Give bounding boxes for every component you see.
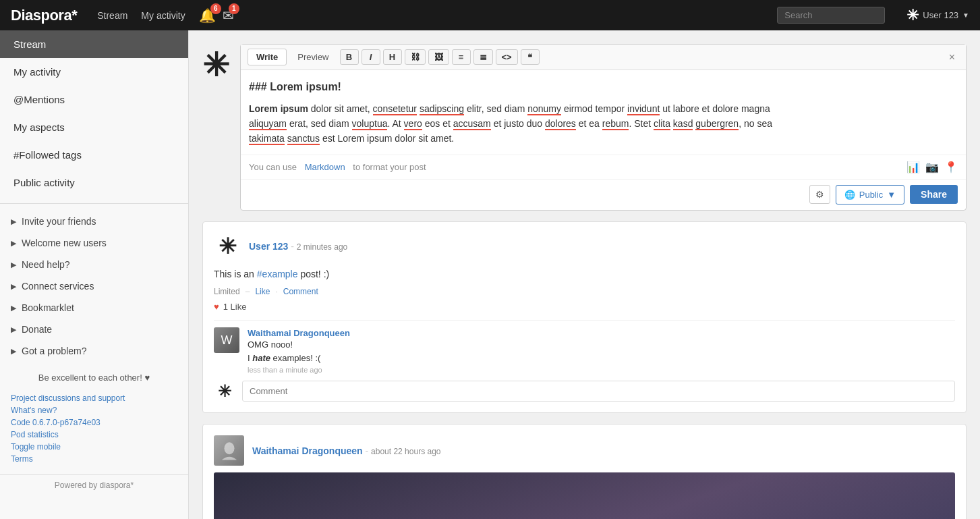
user-name-label: User 123 [923, 10, 958, 20]
markdown-hint-text: You can use [249, 162, 297, 172]
link-terms[interactable]: Terms [11, 454, 177, 464]
heart-icon: ♥ [214, 302, 219, 312]
post1-comment-input-row: ✳ [214, 381, 955, 402]
post1-comment-link[interactable]: Comment [283, 287, 318, 296]
globe-icon: 🌐 [844, 190, 855, 200]
italic-button[interactable]: I [362, 49, 380, 65]
ol-button[interactable]: ≣ [473, 49, 493, 65]
brand-logo[interactable]: Diaspora* [11, 7, 77, 24]
sidebar-item-followed-tags[interactable]: #Followed tags [0, 141, 188, 169]
compose-share-button[interactable]: Share [910, 185, 958, 204]
nav-my-activity[interactable]: My activity [141, 10, 185, 21]
user-asterisk-icon: ✳ [906, 7, 919, 24]
code-button[interactable]: <> [496, 49, 518, 65]
post1-likes-count: 1 Like [223, 302, 247, 312]
compose-preview-tab[interactable]: Preview [289, 49, 337, 65]
main-layout: Stream My activity @Mentions My aspects … [0, 30, 980, 519]
user-menu-caret: ▼ [962, 11, 969, 19]
image-button[interactable]: 🖼 [428, 49, 449, 65]
compose-public-button[interactable]: 🌐 Public ▼ [836, 185, 904, 204]
notifications-icon[interactable]: 🔔 6 [199, 7, 216, 24]
post2-author-row: Waithamai Dragonqueen - about 22 hours a… [214, 435, 955, 466]
post2-avatar [214, 435, 244, 466]
got-problem-label: Got a problem? [22, 346, 87, 356]
arrow-icon-4: ▶ [11, 282, 16, 291]
user-menu[interactable]: ✳ User 123 ▼ [906, 7, 969, 24]
sidebar-item-public-activity[interactable]: Public activity [0, 169, 188, 196]
link-pod-statistics[interactable]: Pod statistics [11, 430, 177, 439]
markdown-link[interactable]: Markdown [305, 162, 345, 172]
comment-1: W Waithamai Dragonqueen OMG nooo! I hate… [214, 327, 955, 374]
sidebar-welcome-new-users[interactable]: ▶ Welcome new users [0, 232, 188, 254]
welcome-new-users-label: Welcome new users [22, 238, 107, 248]
compose-body[interactable]: ### Lorem ipsum! Lorem ipsum dolor sit a… [241, 70, 966, 155]
post1-avatar: ✳ [214, 233, 241, 260]
comment1-author: Waithamai Dragonqueen [248, 327, 350, 338]
sidebar-item-stream[interactable]: Stream [0, 30, 188, 58]
gear-icon: ⚙ [815, 189, 824, 200]
link-icon: ⛓ [411, 52, 420, 62]
link-toggle-mobile[interactable]: Toggle mobile [11, 442, 177, 452]
code-icon: <> [502, 52, 512, 62]
sidebar-got-problem[interactable]: ▶ Got a problem? [0, 340, 188, 362]
quote-button[interactable]: ❝ [521, 49, 540, 65]
notifications-badge: 6 [210, 3, 221, 14]
link-whats-new[interactable]: What's new? [11, 406, 177, 415]
compose-hint: You can use Markdown to format your post… [241, 155, 966, 179]
powered-by: Powered by diaspora* [0, 474, 188, 495]
post1-author[interactable]: User 123 [249, 241, 288, 252]
body-line3: takimata sanctus est Lorem ipsum dolor s… [249, 133, 454, 145]
sidebar-bookmarklet[interactable]: ▶ Bookmarklet [0, 297, 188, 319]
sidebar-item-my-aspects[interactable]: My aspects [0, 113, 188, 141]
comment1-text: OMG nooo! [248, 338, 350, 352]
sidebar-need-help[interactable]: ▶ Need help? [0, 254, 188, 275]
post1-comment-input[interactable] [242, 381, 955, 402]
sidebar-item-mentions[interactable]: @Mentions [0, 86, 188, 113]
bold-button[interactable]: B [340, 49, 359, 65]
post1-comments: W Waithamai Dragonqueen OMG nooo! I hate… [214, 320, 955, 402]
post1-author-row: ✳ User 123 - 2 minutes ago [214, 233, 955, 260]
messages-icon[interactable]: ✉ 1 [223, 7, 234, 24]
post-card-2: Waithamai Dragonqueen - about 22 hours a… [202, 424, 967, 519]
compose-hint-icons: 📊 📷 📍 [906, 161, 958, 173]
post2-image [214, 472, 955, 519]
markdown-hint-text2: to format your post [353, 162, 426, 172]
nav-stream[interactable]: Stream [97, 10, 127, 21]
post1-time: 2 minutes ago [297, 242, 347, 252]
invite-friends-label: Invite your friends [22, 216, 96, 227]
search-input[interactable] [777, 7, 885, 24]
topnav: Diaspora* Stream My activity 🔔 6 ✉ 1 ✳ U… [0, 0, 980, 30]
public-label: Public [859, 190, 883, 200]
compose-area: ✳ Write Preview B I H ⛓ 🖼 ≡ [202, 44, 967, 211]
sidebar-invite-friends[interactable]: ▶ Invite your friends [0, 211, 188, 232]
ul-button[interactable]: ≡ [452, 49, 471, 65]
post1-text: This is an #example post! :) [214, 267, 955, 281]
post2-author[interactable]: Waithamai Dragonqueen [252, 445, 363, 456]
compose-write-tab[interactable]: Write [248, 49, 287, 65]
heading-button[interactable]: H [383, 49, 402, 65]
post2-time: about 22 hours ago [371, 447, 440, 456]
comment1-text2: I hate examples! :( [248, 352, 350, 365]
compose-close-button[interactable]: × [945, 50, 959, 65]
comment1-author-name[interactable]: Waithamai Dragonqueen [248, 328, 350, 338]
chart-icon: 📊 [906, 161, 920, 173]
messages-badge: 1 [229, 3, 239, 14]
sidebar-item-my-activity[interactable]: My activity [0, 58, 188, 86]
sidebar-connect-services[interactable]: ▶ Connect services [0, 275, 188, 297]
link-project-discussions[interactable]: Project discussions and support [11, 393, 177, 403]
main-content: ✳ Write Preview B I H ⛓ 🖼 ≡ [189, 30, 980, 519]
sidebar-donate[interactable]: ▶ Donate [0, 319, 188, 340]
sidebar: Stream My activity @Mentions My aspects … [0, 30, 189, 519]
post1-like-link[interactable]: Like [255, 287, 270, 296]
connect-services-label: Connect services [22, 281, 94, 292]
sidebar-collapse-section: ▶ Invite your friends ▶ Welcome new user… [0, 203, 188, 362]
arrow-icon-6: ▶ [11, 325, 16, 334]
post1-tag[interactable]: #example [257, 269, 298, 279]
need-help-label: Need help? [22, 259, 70, 270]
location-icon: 📍 [944, 161, 958, 173]
arrow-icon: ▶ [11, 217, 16, 226]
compose-gear-button[interactable]: ⚙ [809, 185, 830, 204]
link-button[interactable]: ⛓ [405, 49, 426, 65]
post1-meta: User 123 - 2 minutes ago [249, 241, 347, 252]
link-code[interactable]: Code 0.6.7.0-p67a74e03 [11, 418, 177, 427]
